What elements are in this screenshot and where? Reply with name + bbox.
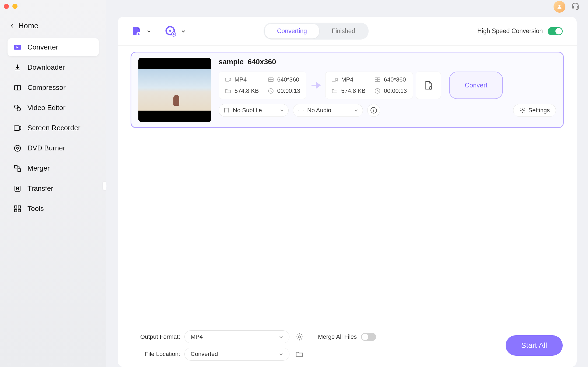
user-avatar[interactable] bbox=[554, 1, 565, 13]
main: Converting Finished High Speed Conversio… bbox=[106, 0, 588, 367]
info-icon bbox=[370, 107, 377, 114]
tools-icon bbox=[13, 205, 22, 213]
sidebar-item-converter[interactable]: Converter bbox=[8, 38, 99, 56]
svg-rect-10 bbox=[15, 206, 17, 208]
gear-icon bbox=[519, 107, 526, 114]
svg-rect-13 bbox=[18, 209, 21, 212]
add-disc-dropdown[interactable] bbox=[180, 27, 187, 35]
svg-rect-4 bbox=[14, 126, 20, 130]
output-settings-button[interactable] bbox=[294, 331, 305, 343]
sidebar-item-tools[interactable]: Tools bbox=[8, 200, 99, 218]
target-format: MP4 bbox=[331, 76, 366, 83]
folder-icon bbox=[331, 88, 338, 94]
convert-arrow bbox=[306, 72, 325, 99]
output-format-label: Output Format: bbox=[132, 333, 180, 340]
svg-point-27 bbox=[522, 110, 523, 111]
svg-rect-7 bbox=[15, 165, 17, 168]
home-link[interactable]: Home bbox=[0, 22, 106, 38]
start-all-button[interactable]: Start All bbox=[506, 335, 563, 356]
sidebar-item-downloader[interactable]: Downloader bbox=[8, 58, 99, 76]
file-location-select[interactable]: Converted bbox=[184, 348, 289, 361]
svg-point-2 bbox=[15, 105, 18, 108]
svg-point-28 bbox=[298, 336, 300, 338]
svg-rect-11 bbox=[18, 206, 21, 208]
video-icon bbox=[225, 76, 231, 83]
svg-point-14 bbox=[558, 5, 560, 7]
tab-finished[interactable]: Finished bbox=[319, 24, 368, 38]
clock-icon bbox=[268, 88, 274, 94]
source-format: MP4 bbox=[225, 76, 259, 83]
close-window-button[interactable] bbox=[4, 4, 9, 9]
target-info[interactable]: MP4 640*360 574.8 KB 00:00:13 bbox=[325, 72, 413, 99]
source-size: 574.8 KB bbox=[225, 87, 259, 94]
compressor-icon bbox=[13, 84, 22, 92]
subtitle-select[interactable]: No Subtitle bbox=[219, 104, 289, 117]
home-label: Home bbox=[18, 22, 38, 30]
file-location-label: File Location: bbox=[132, 351, 180, 358]
sidebar-item-compressor[interactable]: Compressor bbox=[8, 79, 99, 97]
video-icon bbox=[331, 76, 338, 83]
svg-point-17 bbox=[169, 30, 171, 32]
video-thumbnail[interactable] bbox=[138, 58, 211, 122]
high-speed-label: High Speed Conversion bbox=[477, 27, 543, 35]
chevron-down-icon bbox=[280, 108, 284, 112]
sidebar-item-label: Converter bbox=[27, 43, 58, 51]
audio-select[interactable]: No Audio bbox=[293, 104, 363, 117]
add-file-button[interactable] bbox=[131, 26, 142, 37]
sidebar-item-merger[interactable]: Merger bbox=[8, 159, 99, 177]
add-disc-button[interactable] bbox=[165, 26, 176, 37]
sidebar-item-editor[interactable]: Video Editor bbox=[8, 99, 99, 117]
sidebar-item-label: Transfer bbox=[27, 184, 53, 193]
file-card[interactable]: sample_640x360 MP4 640*360 574.8 KB 00:0… bbox=[131, 52, 564, 128]
item-settings-button[interactable]: Settings bbox=[513, 104, 556, 117]
svg-rect-12 bbox=[15, 209, 17, 212]
info-button[interactable] bbox=[367, 104, 380, 117]
support-button[interactable] bbox=[571, 2, 580, 12]
recorder-icon bbox=[13, 124, 22, 132]
nav-list: Converter Downloader Compressor Video Ed… bbox=[0, 38, 106, 218]
folder-icon bbox=[225, 88, 231, 94]
content-card: Converting Finished High Speed Conversio… bbox=[118, 17, 577, 367]
gear-icon bbox=[295, 333, 304, 341]
sidebar-item-label: DVD Burner bbox=[27, 144, 65, 152]
chevron-down-icon bbox=[279, 335, 283, 339]
bottom-left: Output Format: MP4 Merge All Files bbox=[132, 330, 376, 361]
merger-icon bbox=[13, 164, 22, 172]
target-size: 574.8 KB bbox=[331, 87, 366, 94]
sidebar-item-transfer[interactable]: Transfer bbox=[8, 179, 99, 197]
target-resolution: 640*360 bbox=[374, 76, 407, 83]
headset-icon bbox=[571, 2, 580, 11]
audio-icon bbox=[298, 107, 304, 114]
resolution-icon bbox=[374, 76, 381, 83]
converter-icon bbox=[13, 43, 22, 51]
tab-converting[interactable]: Converting bbox=[265, 24, 319, 38]
output-format-select[interactable]: MP4 bbox=[184, 330, 289, 343]
sidebar-item-label: Merger bbox=[27, 164, 50, 172]
merge-group: Merge All Files bbox=[318, 333, 376, 341]
dvd-icon bbox=[13, 144, 22, 152]
high-speed-toggle[interactable] bbox=[548, 27, 563, 35]
source-info: MP4 640*360 574.8 KB 00:00:13 bbox=[219, 72, 306, 99]
chevron-left-icon bbox=[10, 24, 15, 28]
sidebar-item-recorder[interactable]: Screen Recorder bbox=[8, 119, 99, 137]
add-file-dropdown[interactable] bbox=[145, 27, 153, 35]
resolution-icon bbox=[268, 76, 274, 83]
sidebar-item-dvd[interactable]: DVD Burner bbox=[8, 139, 99, 157]
sidebar-item-label: Downloader bbox=[27, 63, 65, 72]
open-folder-button[interactable] bbox=[294, 348, 305, 360]
source-duration: 00:00:13 bbox=[268, 87, 300, 94]
output-preset-button[interactable] bbox=[416, 72, 441, 99]
conversion-row: MP4 640*360 574.8 KB 00:00:13 MP4 640*36… bbox=[219, 72, 556, 99]
subtitle-icon bbox=[223, 107, 230, 114]
chevron-down-icon bbox=[354, 108, 358, 112]
file-body: sample_640x360 MP4 640*360 574.8 KB 00:0… bbox=[219, 58, 556, 122]
toolbar-left bbox=[131, 26, 187, 37]
sidebar-item-label: Screen Recorder bbox=[27, 124, 80, 132]
svg-rect-19 bbox=[225, 78, 229, 81]
svg-point-5 bbox=[15, 145, 21, 151]
merge-toggle[interactable] bbox=[361, 333, 376, 341]
editor-icon bbox=[13, 104, 22, 112]
minimize-window-button[interactable] bbox=[12, 4, 18, 9]
convert-button[interactable]: Convert bbox=[449, 72, 503, 99]
arrow-right-icon bbox=[310, 79, 322, 91]
